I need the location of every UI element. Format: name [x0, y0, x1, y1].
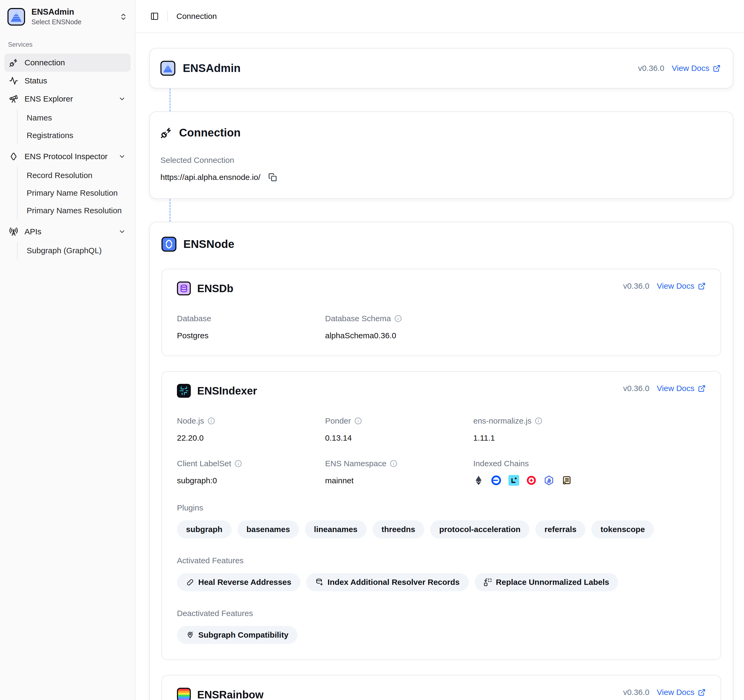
chevron-down-icon — [118, 95, 126, 103]
sidebar-item-primary-names-resolution[interactable]: Primary Names Resolution — [18, 202, 131, 219]
info-icon[interactable] — [535, 417, 542, 424]
ensindexer-title: ENSIndexer — [197, 385, 257, 397]
field-label: Database Schema — [325, 314, 473, 323]
feature-badge: Index Additional Resolver Records — [306, 573, 469, 591]
sidebar-item-ens-explorer[interactable]: ENS Explorer — [4, 90, 131, 108]
indexed-chains-label: Indexed Chains — [473, 459, 705, 468]
info-icon[interactable] — [394, 315, 402, 322]
view-docs-link[interactable]: View Docs — [657, 688, 705, 697]
plugin-badge: threedns — [372, 520, 424, 538]
ensnode-card: ENSNode ENSDb — [149, 222, 734, 700]
sidebar-item-connection[interactable]: Connection — [4, 54, 131, 72]
arbitrum-chain-icon — [544, 475, 554, 486]
ensrainbow-title: ENSRainbow — [197, 689, 263, 700]
field-indexed-chains: Indexed Chains — [473, 459, 705, 486]
info-icon[interactable] — [235, 460, 242, 467]
dashed-connector — [170, 199, 171, 222]
sidebar-toggle-icon[interactable] — [150, 12, 159, 21]
sidebar-item-status[interactable]: Status — [4, 72, 131, 90]
field-value: 22.20.0 — [177, 433, 325, 442]
ensadmin-logo-icon — [161, 61, 176, 76]
activated-features-label: Activated Features — [177, 556, 705, 565]
sidebar-item-record-resolution[interactable]: Record Resolution — [18, 167, 131, 184]
sidebar-item-primary-name-resolution[interactable]: Primary Name Resolution — [18, 184, 131, 202]
deactivated-features-label: Deactivated Features — [177, 609, 705, 618]
field-label: Database — [177, 314, 325, 323]
ensnode-selector[interactable]: ENSAdmin Select ENSNode — [4, 5, 131, 28]
field-label: Node.js — [177, 416, 325, 426]
ensrainbow-card: ENSRainbow v0.36.0 View Docs Server Labe… — [161, 675, 721, 700]
view-docs-label: View Docs — [657, 281, 695, 290]
scroll-chain-icon — [561, 475, 572, 486]
version-label: v0.36.0 — [623, 688, 649, 697]
sidebar-item-label: APIs — [25, 227, 41, 236]
field-label: Ponder — [325, 416, 473, 426]
ensindexer-logo-icon — [177, 384, 191, 398]
info-icon[interactable] — [354, 417, 362, 424]
plug-zap-icon — [161, 127, 172, 139]
topbar-divider — [167, 11, 168, 22]
field-value: Postgres — [177, 331, 325, 340]
sidebar-item-names[interactable]: Names — [18, 109, 131, 127]
field-ens-normalize: ens-normalize.js 1.11.1 — [473, 416, 705, 442]
ensadmin-card-title: ENSAdmin — [183, 62, 241, 74]
plugins-list: subgraph basenames lineanames threedns p… — [177, 520, 705, 538]
copy-icon — [268, 173, 277, 182]
connection-card: Connection Selected Connection https://a… — [149, 112, 734, 199]
field-ponder: Ponder 0.13.14 — [325, 416, 473, 442]
ensnode-logo-icon — [161, 237, 176, 252]
sidebar-item-ens-protocol-inspector[interactable]: ENS Protocol Inspector — [4, 147, 131, 165]
external-link-icon — [698, 385, 705, 392]
field-label: Client LabelSet — [177, 459, 325, 468]
plugin-badge: basenames — [237, 520, 299, 538]
version-label: v0.36.0 — [623, 384, 649, 393]
feature-badge: Heal Reverse Addresses — [177, 573, 300, 591]
ensadmin-card: ENSAdmin v0.36.0 View Docs — [149, 48, 734, 88]
field-nodejs: Node.js 22.20.0 — [177, 416, 325, 442]
info-icon[interactable] — [208, 417, 215, 424]
ens-protocol-inspector-children: Record Resolution Primary Name Resolutio… — [17, 167, 131, 219]
services-section-label: Services — [8, 41, 131, 48]
external-link-icon — [698, 688, 705, 696]
info-icon[interactable] — [390, 460, 397, 467]
activated-features-list: Heal Reverse Addresses Index Additional … — [177, 573, 705, 591]
field-value: alphaSchema0.36.0 — [325, 331, 473, 340]
field-label: ens-normalize.js — [473, 416, 705, 426]
optimism-chain-icon — [526, 475, 537, 486]
chevron-down-icon — [118, 228, 126, 235]
ensrainbow-logo-icon — [177, 688, 191, 700]
field-value: 0.13.14 — [325, 433, 473, 442]
view-docs-label: View Docs — [657, 688, 695, 697]
sidebar-item-subgraph-graphql[interactable]: Subgraph (GraphQL) — [18, 242, 131, 259]
apis-children: Subgraph (GraphQL) — [17, 242, 131, 259]
view-docs-link[interactable]: View Docs — [657, 281, 705, 290]
sidebar-item-registrations[interactable]: Registrations — [18, 127, 131, 144]
content: ENSAdmin v0.36.0 View Docs Connection Se… — [135, 33, 744, 700]
radio-tower-icon — [9, 227, 18, 236]
feature-badge: Replace Unnormalized Labels — [475, 573, 618, 591]
version-label: v0.36.0 — [638, 64, 664, 73]
deactivated-features-list: Subgraph Compatibility — [177, 626, 705, 644]
sidebar-item-label: Connection — [25, 58, 65, 67]
main-area: Connection — [135, 0, 744, 700]
connection-card-title: Connection — [179, 127, 241, 139]
view-docs-link[interactable]: View Docs — [657, 384, 705, 393]
ensnode-card-title: ENSNode — [183, 238, 234, 250]
copy-url-button[interactable] — [268, 173, 277, 182]
sidebar-item-apis[interactable]: APIs — [4, 223, 131, 241]
view-docs-label: View Docs — [672, 64, 709, 73]
ens-explorer-children: Names Registrations — [17, 109, 131, 144]
ens-diamond-icon — [9, 152, 18, 161]
app-title: ENSAdmin — [31, 7, 82, 16]
sidebar-item-label: ENS Protocol Inspector — [25, 152, 108, 161]
field-client-labelset: Client LabelSet subgraph:0 — [177, 459, 325, 486]
view-docs-link[interactable]: View Docs — [672, 64, 720, 73]
field-value: mainnet — [325, 476, 473, 485]
activity-icon — [9, 76, 18, 85]
sidebar-item-label: ENS Explorer — [25, 94, 73, 103]
ethereum-chain-icon — [473, 475, 484, 486]
chevrons-up-down-icon — [119, 13, 127, 21]
base-chain-icon — [491, 475, 501, 486]
field-label: ENS Namespace — [325, 459, 473, 468]
field-value: subgraph:0 — [177, 476, 325, 485]
